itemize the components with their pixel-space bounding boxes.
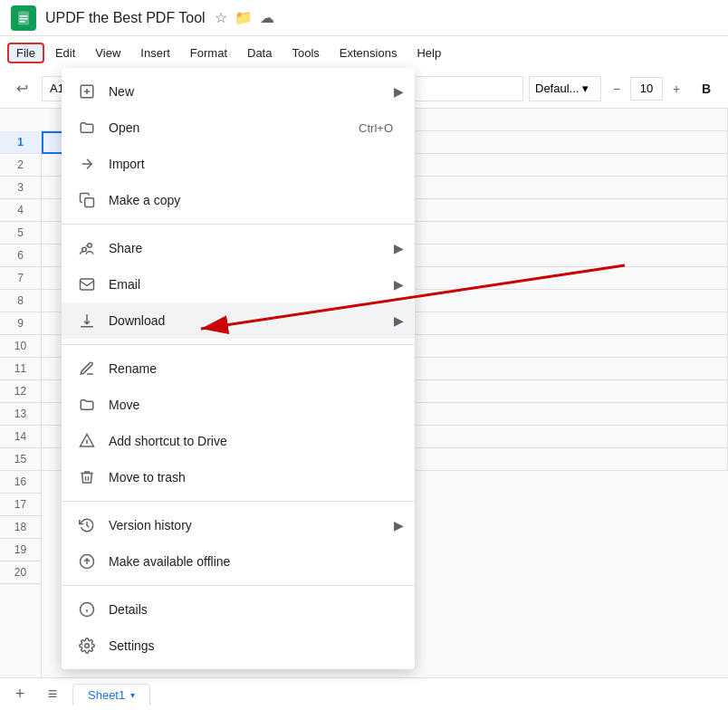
history-icon bbox=[76, 514, 98, 536]
new-icon bbox=[76, 81, 98, 102]
row-num-15[interactable]: 15 bbox=[0, 448, 41, 471]
email-icon bbox=[76, 273, 98, 295]
title-icons: ☆ 📁 ☁ bbox=[215, 9, 274, 26]
row-num-13[interactable]: 13 bbox=[0, 403, 41, 426]
row-num-18[interactable]: 18 bbox=[0, 516, 41, 539]
email-arrow-icon: ▶ bbox=[394, 277, 404, 292]
gear-icon bbox=[76, 635, 98, 657]
star-icon[interactable]: ☆ bbox=[215, 9, 227, 26]
import-label: Import bbox=[109, 157, 400, 171]
menu-edit[interactable]: Edit bbox=[46, 43, 84, 63]
menu-extensions[interactable]: Extensions bbox=[330, 43, 407, 63]
row-num-8[interactable]: 8 bbox=[0, 290, 41, 312]
menu-help[interactable]: Help bbox=[407, 43, 450, 63]
row-num-5[interactable]: 5 bbox=[0, 222, 41, 245]
font-size-value[interactable]: 10 bbox=[630, 77, 663, 101]
make-copy-label: Make a copy bbox=[109, 193, 400, 207]
menu-item-open[interactable]: Open Ctrl+O bbox=[62, 110, 415, 146]
download-label: Download bbox=[109, 313, 400, 328]
download-icon bbox=[76, 310, 98, 331]
row-num-11[interactable]: 11 bbox=[0, 358, 41, 380]
font-size-decrease[interactable]: − bbox=[607, 79, 627, 99]
font-dropdown-icon[interactable]: ▾ bbox=[582, 82, 589, 95]
open-icon bbox=[76, 117, 98, 139]
sheet-tab[interactable]: Sheet1 ▾ bbox=[72, 684, 150, 705]
download-arrow-icon: ▶ bbox=[394, 313, 404, 328]
menu-data[interactable]: Data bbox=[238, 43, 281, 63]
copy-icon bbox=[76, 189, 98, 211]
menu-item-download[interactable]: Download ▶ bbox=[62, 302, 415, 339]
open-label: Open bbox=[109, 120, 359, 135]
svg-rect-2 bbox=[20, 18, 28, 20]
menu-item-rename[interactable]: Rename bbox=[62, 350, 415, 387]
menu-item-new[interactable]: New ▶ bbox=[62, 73, 415, 110]
row-num-16[interactable]: 16 bbox=[0, 471, 41, 494]
add-shortcut-label: Add shortcut to Drive bbox=[109, 434, 400, 448]
font-size-increase[interactable]: + bbox=[666, 79, 686, 99]
version-history-label: Version history bbox=[109, 518, 400, 532]
row-num-1[interactable]: 1 bbox=[0, 131, 41, 154]
menu-insert[interactable]: Insert bbox=[131, 43, 179, 63]
row-num-9[interactable]: 9 bbox=[0, 312, 41, 335]
offline-label: Make available offline bbox=[109, 554, 400, 569]
menu-item-version-history[interactable]: Version history ▶ bbox=[62, 507, 415, 543]
menu-bar: File Edit View Insert Format Data Tools … bbox=[0, 36, 728, 69]
menu-item-make-copy[interactable]: Make a copy bbox=[62, 182, 415, 218]
svg-rect-3 bbox=[20, 21, 25, 23]
row-num-19[interactable]: 19 bbox=[0, 539, 41, 561]
row-num-3[interactable]: 3 bbox=[0, 177, 41, 199]
row-num-2[interactable]: 2 bbox=[0, 154, 41, 177]
row-num-14[interactable]: 14 bbox=[0, 426, 41, 448]
folder-icon[interactable]: 📁 bbox=[235, 9, 253, 26]
row-num-20[interactable]: 20 bbox=[0, 561, 41, 584]
offline-icon bbox=[76, 551, 98, 572]
open-shortcut: Ctrl+O bbox=[359, 121, 393, 135]
trash-label: Move to trash bbox=[109, 470, 400, 485]
bold-button[interactable]: B bbox=[692, 74, 721, 103]
info-icon bbox=[76, 599, 98, 620]
rename-label: Rename bbox=[109, 361, 400, 376]
menu-file[interactable]: File bbox=[7, 43, 44, 63]
menu-item-offline[interactable]: Make available offline bbox=[62, 543, 415, 580]
menu-item-settings[interactable]: Settings bbox=[62, 628, 415, 664]
row-num-12[interactable]: 12 bbox=[0, 380, 41, 403]
cloud-icon[interactable]: ☁ bbox=[260, 9, 274, 26]
add-sheet-button[interactable]: + bbox=[7, 682, 33, 707]
row-num-10[interactable]: 10 bbox=[0, 335, 41, 358]
row-num-7[interactable]: 7 bbox=[0, 267, 41, 290]
font-name: Defaul... bbox=[535, 82, 579, 95]
font-selector[interactable]: Defaul... ▾ bbox=[529, 76, 601, 101]
rename-icon bbox=[76, 358, 98, 379]
sheet-tab-name: Sheet1 bbox=[88, 688, 125, 702]
trash-icon bbox=[76, 466, 98, 488]
settings-label: Settings bbox=[109, 638, 400, 653]
undo-button[interactable]: ↩ bbox=[7, 74, 36, 103]
sheet-menu-button[interactable]: ≡ bbox=[40, 682, 65, 707]
row-num-4[interactable]: 4 bbox=[0, 199, 41, 222]
menu-item-move[interactable]: Move bbox=[62, 387, 415, 423]
menu-item-share[interactable]: Share ▶ bbox=[62, 230, 415, 266]
divider-1 bbox=[62, 224, 415, 225]
menu-item-email[interactable]: Email ▶ bbox=[62, 266, 415, 302]
menu-item-import[interactable]: Import bbox=[62, 146, 415, 182]
menu-format[interactable]: Format bbox=[181, 43, 236, 63]
file-menu-dropdown: New ▶ Open Ctrl+O Import Make a copy bbox=[62, 68, 415, 669]
new-label: New bbox=[109, 84, 400, 99]
row-num-6[interactable]: 6 bbox=[0, 245, 41, 267]
details-label: Details bbox=[109, 602, 400, 617]
row-numbers: 1 2 3 4 5 6 7 8 9 10 11 12 13 14 15 16 1… bbox=[0, 131, 42, 677]
divider-4 bbox=[62, 585, 415, 586]
menu-view[interactable]: View bbox=[86, 43, 129, 63]
svg-rect-7 bbox=[85, 198, 94, 207]
row-num-17[interactable]: 17 bbox=[0, 494, 41, 516]
document-title: UPDF the Best PDF Tool bbox=[45, 10, 206, 26]
menu-tools[interactable]: Tools bbox=[283, 43, 328, 63]
email-label: Email bbox=[109, 277, 400, 292]
menu-item-add-shortcut[interactable]: Add shortcut to Drive bbox=[62, 423, 415, 459]
share-label: Share bbox=[109, 241, 400, 255]
menu-item-trash[interactable]: Move to trash bbox=[62, 459, 415, 495]
move-label: Move bbox=[109, 398, 400, 412]
menu-item-details[interactable]: Details bbox=[62, 591, 415, 628]
sheet-tab-dropdown-icon[interactable]: ▾ bbox=[130, 690, 135, 700]
import-icon bbox=[76, 153, 98, 175]
